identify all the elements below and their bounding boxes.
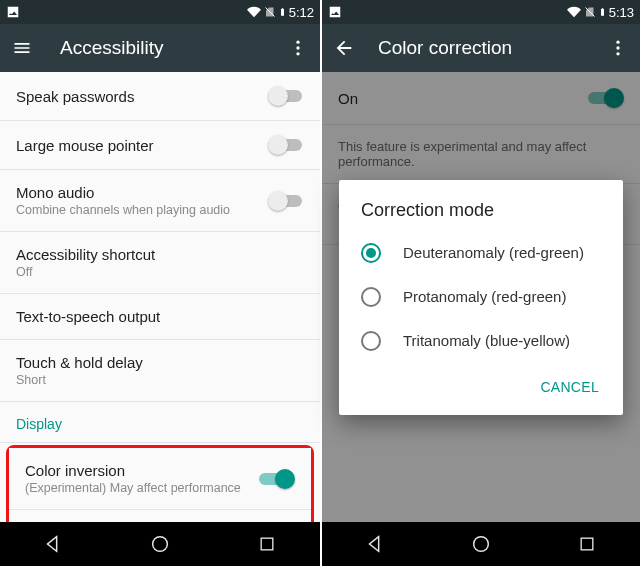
label: Text-to-speech output [16,308,304,325]
svg-point-2 [296,52,299,55]
option-protanomaly[interactable]: Protanomaly (red-green) [339,275,623,319]
section-header-display: Display [0,402,320,443]
device-right: 5:13 Color correction On This feature is… [320,0,640,566]
sublabel: Combine channels when playing audio [16,203,268,217]
radio-icon [361,243,381,263]
wifi-icon [566,5,582,19]
svg-rect-9 [581,538,593,550]
nav-back-button[interactable] [29,522,77,566]
hamburger-icon [12,38,32,58]
nav-home-button[interactable] [457,522,505,566]
overflow-button[interactable] [284,34,312,62]
svg-point-7 [616,52,619,55]
radio-icon [361,331,381,351]
nav-home-icon [149,533,171,555]
arrow-back-icon [333,37,355,59]
appbar: Color correction [322,24,640,72]
row-speak-passwords[interactable]: Speak passwords [0,72,320,121]
menu-button[interactable] [8,34,36,62]
cancel-button[interactable]: CANCEL [530,371,609,403]
nav-back-icon [364,533,386,555]
overflow-button[interactable] [604,34,632,62]
device-left: 5:12 Accessibility Speak passwords Large… [0,0,320,566]
svg-point-6 [616,46,619,49]
picture-icon [6,5,20,19]
option-tritanomaly[interactable]: Tritanomaly (blue-yellow) [339,319,623,363]
radio-icon [361,287,381,307]
label: Touch & hold delay [16,354,304,371]
option-label: Protanomaly (red-green) [403,288,566,305]
no-sim-icon [264,5,276,19]
dialog-scrim[interactable]: Correction mode Deuteranomaly (red-green… [322,72,640,522]
wifi-icon [246,5,262,19]
more-vert-icon [288,38,308,58]
highlight-annotation: Color inversion (Experimental) May affec… [6,445,314,522]
switch-large-mouse-pointer[interactable] [268,135,304,155]
status-bar: 5:12 [0,0,320,24]
option-label: Deuteranomaly (red-green) [403,244,584,261]
nav-recent-icon [577,534,597,554]
nav-back-button[interactable] [351,522,399,566]
svg-point-1 [296,46,299,49]
appbar-title: Color correction [378,37,604,59]
nav-home-icon [470,533,492,555]
row-color-correction[interactable]: Color correction Off [9,510,311,522]
svg-point-5 [616,41,619,44]
sublabel: (Experimental) May affect performance [25,481,259,495]
sublabel: Short [16,373,304,387]
picture-icon [328,5,342,19]
navigation-bar [322,522,640,566]
navigation-bar [0,522,320,566]
no-sim-icon [584,5,596,19]
nav-recent-icon [257,534,277,554]
label: Mono audio [16,184,268,201]
svg-point-8 [474,537,489,552]
switch-speak-passwords[interactable] [268,86,304,106]
row-touch-hold-delay[interactable]: Touch & hold delay Short [0,340,320,402]
battery-icon [278,5,287,19]
row-mono-audio[interactable]: Mono audio Combine channels when playing… [0,170,320,232]
option-label: Tritanomaly (blue-yellow) [403,332,570,349]
option-deuteranomaly[interactable]: Deuteranomaly (red-green) [339,231,623,275]
status-time: 5:12 [289,5,314,20]
back-button[interactable] [330,34,358,62]
row-tts[interactable]: Text-to-speech output [0,294,320,340]
label: Speak passwords [16,88,268,105]
dialog-title: Correction mode [339,200,623,231]
switch-mono-audio[interactable] [268,191,304,211]
svg-point-0 [296,41,299,44]
more-vert-icon [608,38,628,58]
svg-point-3 [153,537,168,552]
correction-mode-dialog: Correction mode Deuteranomaly (red-green… [339,180,623,415]
svg-rect-4 [261,538,273,550]
nav-home-button[interactable] [136,522,184,566]
battery-icon [598,5,607,19]
nav-recent-button[interactable] [563,522,611,566]
status-bar: 5:13 [322,0,640,24]
row-large-mouse-pointer[interactable]: Large mouse pointer [0,121,320,170]
label: Color inversion [25,462,259,479]
label: Accessibility shortcut [16,246,304,263]
switch-color-inversion[interactable] [259,469,295,489]
row-color-inversion[interactable]: Color inversion (Experimental) May affec… [9,448,311,510]
label: Large mouse pointer [16,137,268,154]
appbar: Accessibility [0,24,320,72]
status-time: 5:13 [609,5,634,20]
nav-recent-button[interactable] [243,522,291,566]
sublabel: Off [16,265,304,279]
appbar-title: Accessibility [60,37,284,59]
settings-list[interactable]: Speak passwords Large mouse pointer Mono… [0,72,320,522]
row-accessibility-shortcut[interactable]: Accessibility shortcut Off [0,232,320,294]
nav-back-icon [42,533,64,555]
